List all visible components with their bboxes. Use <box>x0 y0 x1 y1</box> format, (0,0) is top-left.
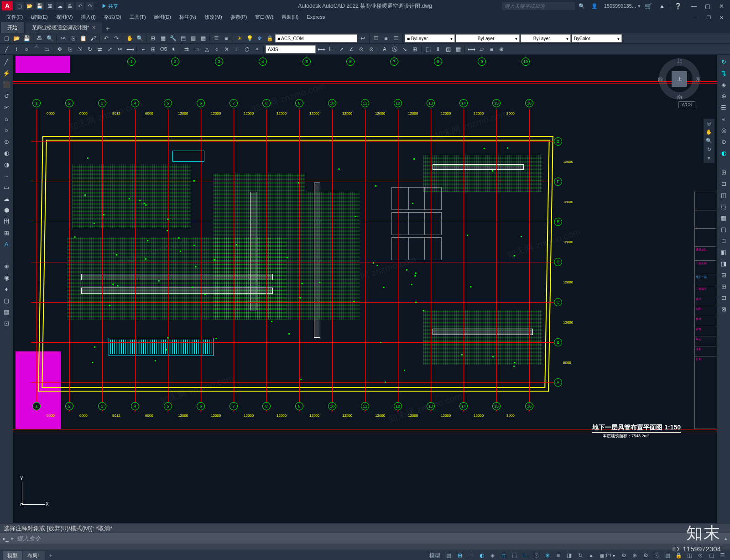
status-grid-icon[interactable]: ▦ <box>444 550 454 560</box>
menu-parametric[interactable]: 参数(P) <box>227 13 251 21</box>
tb-layer-match-icon[interactable]: ≡ <box>381 34 391 43</box>
status-ortho-icon[interactable]: ⊥ <box>466 550 476 560</box>
tb-match-icon[interactable]: 🖌 <box>89 34 98 43</box>
lt-line-icon[interactable]: ╱ <box>1 57 11 67</box>
tb2-circle-icon[interactable]: ○ <box>22 45 31 54</box>
rt3-g-icon[interactable]: □ <box>719 236 729 246</box>
status-ann-icon[interactable]: ▲ <box>586 550 596 560</box>
status-iso2-icon[interactable]: ◫ <box>684 550 694 560</box>
tb2-dimalign-icon[interactable]: ↗ <box>337 45 346 54</box>
tb2-pline-icon[interactable]: ⌇ <box>12 45 21 54</box>
rt3-b-icon[interactable]: ⊡ <box>719 178 729 188</box>
status-cycle-icon[interactable]: ↻ <box>575 550 585 560</box>
tb2-dimang-icon[interactable]: ∠ <box>347 45 356 54</box>
tb2-dim-icon[interactable]: ⟷ <box>317 45 326 54</box>
command-expand-icon[interactable]: ▴ <box>725 535 727 541</box>
tb-plot-icon[interactable]: 🖶 <box>35 34 44 43</box>
tb-prop-icon[interactable]: ⊞ <box>148 34 157 43</box>
tb2-line-icon[interactable]: ╱ <box>2 45 11 54</box>
tb-layer-prev-icon[interactable]: ↩ <box>358 34 367 43</box>
qat-redo-icon[interactable]: ↷ <box>86 2 94 10</box>
status-dyn-icon[interactable]: ⊕ <box>542 550 553 560</box>
rt3-c-icon[interactable]: ◫ <box>719 190 729 200</box>
tb-undo-icon[interactable]: ↶ <box>102 34 111 43</box>
add-tab-button[interactable]: + <box>102 25 113 33</box>
lt-gradient-icon[interactable]: ⊞ <box>1 228 11 238</box>
status-qprop-icon[interactable]: ▦ <box>662 550 673 560</box>
rt3-h-icon[interactable]: ◧ <box>719 247 729 257</box>
document-tab[interactable]: 某商业楼暖通空调设计图* ✕ <box>26 22 102 33</box>
share-button[interactable]: ▶ 共享 <box>102 3 118 10</box>
color-dropdown[interactable]: ■ ByLayer▾ <box>405 34 455 42</box>
tb2-trim-icon[interactable]: ✂ <box>115 45 125 54</box>
menu-edit[interactable]: 编辑(E) <box>27 13 52 21</box>
lt-insert-icon[interactable]: ▭ <box>1 182 11 192</box>
lt-arc-icon[interactable]: ⌂ <box>1 114 11 124</box>
status-snap-icon[interactable]: ⊞ <box>455 550 465 560</box>
tb2-dimrad-icon[interactable]: ⊙ <box>357 45 366 54</box>
tb2-mirror-icon[interactable]: ⇄ <box>95 45 104 54</box>
rt3-d-icon[interactable]: ⬚ <box>719 201 729 211</box>
status-gear-icon[interactable]: ⚙ <box>619 550 629 560</box>
ribbon-tab-start[interactable]: 开始 <box>1 22 24 33</box>
status-model-button[interactable]: 模型 <box>427 550 443 560</box>
maximize-button[interactable]: ▢ <box>702 1 714 10</box>
tb2-id-icon[interactable]: ⊕ <box>497 45 506 54</box>
nav-show-icon[interactable]: ▾ <box>708 155 710 161</box>
rt-c-icon[interactable]: ◈ <box>719 79 729 89</box>
search-input[interactable]: 键入关键字或短语 <box>502 2 575 10</box>
rt3-i-icon[interactable]: ◨ <box>719 258 729 268</box>
tb2-dimdiam-icon[interactable]: ⊘ <box>367 45 376 54</box>
rt-i-icon[interactable]: ◐ <box>719 148 729 158</box>
qat-save-icon[interactable]: 💾 <box>36 2 44 10</box>
rt3-l-icon[interactable]: ⊡ <box>719 293 729 303</box>
tb2-array-icon[interactable]: ⊞ <box>149 45 158 54</box>
tb-redo-icon[interactable]: ↷ <box>112 34 121 43</box>
lt-rect-icon[interactable]: ✂ <box>1 102 11 112</box>
qat-undo-icon[interactable]: ↶ <box>76 2 84 10</box>
status-scale[interactable]: ▦ 1:1 ▾ <box>597 553 618 558</box>
tb-save-icon[interactable]: 💾 <box>22 34 31 43</box>
status-otrack-icon[interactable]: ∟ <box>521 550 531 560</box>
status-hw-icon[interactable]: ⊙ <box>695 550 705 560</box>
rt-d-icon[interactable]: ⊕ <box>719 91 729 101</box>
tb2-explode-icon[interactable]: ✷ <box>169 45 178 54</box>
tb-paste-icon[interactable]: 📋 <box>78 34 88 43</box>
tb2-rect-icon[interactable]: ▭ <box>42 45 51 54</box>
menu-dimension[interactable]: 标注(N) <box>176 13 200 21</box>
qat-new-icon[interactable]: ▢ <box>16 2 24 10</box>
dimstyle-dropdown[interactable]: AXIS <box>266 45 316 53</box>
linetype-dropdown[interactable]: ———— ByLayer▾ <box>456 34 520 42</box>
status-clean-icon[interactable]: ▢ <box>706 550 716 560</box>
lt2-d-icon[interactable]: ▢ <box>1 295 11 305</box>
rt-f-icon[interactable]: ⟐ <box>719 114 729 124</box>
status-add-layout[interactable]: + <box>46 550 56 560</box>
menu-file[interactable]: 文件(F) <box>3 13 26 21</box>
rt3-f-icon[interactable]: ▢ <box>719 224 729 234</box>
lt-pline-icon[interactable]: ⬛ <box>1 79 11 89</box>
rt3-a-icon[interactable]: ⊞ <box>719 167 729 177</box>
status-transp-icon[interactable]: ◨ <box>564 550 574 560</box>
menu-express[interactable]: Express <box>303 13 328 21</box>
tb-zoom-icon[interactable]: 🔍 <box>135 34 144 43</box>
viewcube-face[interactable]: 上 <box>672 71 687 87</box>
tb-new-icon[interactable]: ▢ <box>2 34 11 43</box>
tb2-erase-icon[interactable]: ⌫ <box>159 45 168 54</box>
user-name[interactable]: 1505999135... <box>604 3 636 9</box>
status-tab-layout1[interactable]: 布局1 <box>23 551 45 560</box>
menu-draw[interactable]: 绘图(D) <box>151 13 175 21</box>
command-input[interactable]: 键入命令 <box>17 534 722 543</box>
nav-pan-icon[interactable]: ✋ <box>706 129 712 135</box>
tb2-area-icon[interactable]: ▱ <box>477 45 486 54</box>
tb-make-current-icon[interactable]: ☰ <box>371 34 381 43</box>
tb-cut-icon[interactable]: ✂ <box>58 34 68 43</box>
rt-h-icon[interactable]: ⊙ <box>719 136 729 147</box>
tb2-snap-tan-icon[interactable]: ○̄ <box>242 45 251 54</box>
layer-dropdown[interactable]: ■ ACS_COM <box>275 34 357 42</box>
tb2-snap-int-icon[interactable]: ✕ <box>222 45 231 54</box>
qat-web-icon[interactable]: ☁ <box>56 2 64 10</box>
menu-insert[interactable]: 插入(I) <box>77 13 99 21</box>
rt-b-icon[interactable]: ⇅ <box>719 68 729 78</box>
document-tab-close-icon[interactable]: ✕ <box>92 25 96 31</box>
tb-tool-icon[interactable]: 🔧 <box>168 34 177 43</box>
